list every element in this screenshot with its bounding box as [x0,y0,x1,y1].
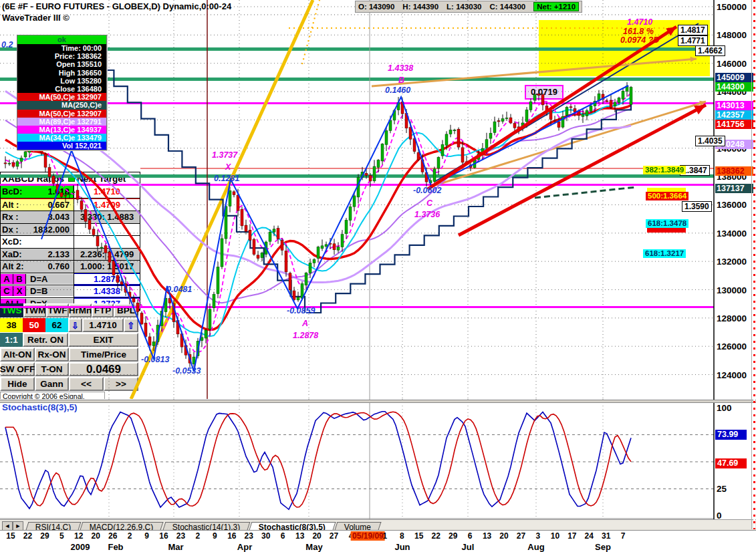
chart-annotation: A [302,319,308,328]
date-tick-label: 30 [261,531,270,541]
price-tick-label: 146000 [717,59,747,69]
panel-divider [0,400,756,403]
date-tick-label: 29 [40,531,49,541]
month-label: Sep [595,542,611,552]
date-tick-label: 15 [6,531,15,541]
chart-annotation: 1.3736 [414,210,440,219]
chart-annotation: X [225,162,231,172]
ma-legend-row: MA(34,C)e 133479 [17,134,106,142]
right-edge-marks [753,0,755,529]
date-tick-label: 13 [295,531,304,541]
study-tab-bar: ◄ ► RSI(14,C)MACD(12,26,9,C)Stochastic(1… [0,519,756,531]
price-badge: 137137 [715,184,755,193]
price-badge: 138362 [715,166,755,176]
date-tick-label: 23 [245,531,253,541]
chart-annotation: 1.4338 [388,63,413,73]
price-tick-label: 128000 [717,313,747,323]
chart-annotation: -0.0602 [413,186,441,195]
quote-field: O: 143090 [358,3,394,11]
net-change-badge: Net: +1210 [533,2,579,11]
chart-annotation: B [398,76,404,85]
data-window-status: ok [17,35,106,44]
price-callout-box: 1.4817 [678,25,708,35]
date-tick-label: 22 [432,531,440,541]
data-window-row: Low 135280 [17,77,106,85]
price-tick-label: 132000 [717,257,747,267]
chart-annotation: 1.4710 [627,17,652,27]
price-tick-label: 130000 [717,285,747,295]
chart-annotation: 1.2878 [293,331,318,340]
ma-legend-row: Vol 152,021 [17,142,106,150]
chart-annotation: 0.0974 ?D [620,35,659,45]
date-tick-label: 16 [227,531,236,541]
date-tick-label: 29 [449,531,457,541]
fib-label-strip [647,228,686,233]
month-label: Jul [462,542,475,552]
month-label: May [305,542,322,552]
quote-field: H: 144390 [402,3,438,11]
stochastic-study-label: Stochastic(8(3),5) [2,402,78,412]
date-tick-label: 12 [74,531,83,541]
date-tick-label: 9 [213,531,217,541]
tab-scroll-left-button[interactable]: ◄ [2,521,13,531]
price-tick-label: 126000 [717,341,747,352]
date-tick-label: 9 [144,531,149,541]
ma-legend-row: MA(250,C)e [17,101,106,109]
date-tick-label: 3 [536,531,541,541]
date-tick-label: 5 [59,531,64,541]
fib-target-label: 618:1.3217 [643,249,686,258]
chart-annotation: 0.0481 [166,285,192,294]
date-tick-label: 10 [551,531,559,541]
chart-annotation: 0.1281 [214,174,239,183]
month-label: Feb [108,542,123,552]
date-tick-label: 2 [128,531,132,541]
ma-legend-row: MA(89,C)e 132791 [17,118,106,126]
date-tick-label: 8 [400,531,404,541]
chart-annotation: 0.1460 [385,86,410,95]
price-tick-label: 148000 [717,30,747,40]
quote-field: C: 144300 [490,3,526,11]
stochastic-chart-canvas[interactable] [0,399,715,519]
data-window[interactable]: ok Time: 00:00Price: 138362Open 135510Hi… [17,35,107,150]
stochastic-tick-label: 100 [717,403,732,413]
wavetrader-window: XABCD Ratios Next Target BcD:1.6181.4710… [0,0,756,552]
date-tick-label: 27 [330,531,338,541]
price-tick-label: 124000 [717,370,747,380]
month-label: Mar [168,542,183,552]
data-window-row: Close 136480 [17,85,106,93]
ma-legend-row: MA(13,C)e 134937 [17,126,106,134]
chart-annotation: 1.3737 [212,150,237,160]
fib-target-label: 618:1.3478 [646,219,688,228]
chart-annotation: C [426,198,432,208]
price-callout-box: 1.3590 [682,201,712,212]
data-window-row: Time: 00:00 [17,44,106,52]
chart-title-bar: (6E #F - EURO FUTURES - GLOBEX,D) Dynami… [0,0,714,13]
date-tick-label: 1 [383,531,388,541]
watermark-text: WaveTrader III © [2,13,70,23]
ohlc-quote-box: O: 143090H: 144390L: 143030C: 144300Net:… [355,1,582,13]
data-window-row: Open 135510 [17,60,106,68]
date-tick-label: 15 [414,531,423,541]
price-callout-box: 1.4035 [695,136,725,146]
date-tick-label: 23 [176,531,185,541]
date-tick-label: 27 [517,531,525,541]
price-tick-label: 150000 [717,2,747,12]
price-axis: 1500001480001460001440001420001400001380… [715,0,756,399]
tab-scroll-right-button[interactable]: ► [13,521,23,531]
price-callout-box: 1.4771 [678,35,708,46]
data-window-row: Price: 138362 [17,52,106,60]
date-tick-label: 16 [159,531,168,541]
date-tick-label: 20 [92,531,100,541]
date-tick-label: 31 [602,531,610,541]
symbol-title: (6E #F - EURO FUTURES - GLOBEX,D) Dynami… [2,1,231,11]
price-tick-label: 136000 [717,200,747,210]
date-tick-label: 22 [23,531,32,541]
price-chart-canvas[interactable] [0,0,715,399]
date-tick-label: 7 [621,531,626,541]
ma-legend-row: MA(50,C)e 132907 [17,93,106,101]
date-tick-label: 6 [281,531,285,541]
date-tick-label: 20 [499,531,508,541]
date-tick-label: 20 [312,531,321,541]
price-callout-box: 1.4662 [695,45,725,56]
price-badge: 142357 [715,110,755,120]
